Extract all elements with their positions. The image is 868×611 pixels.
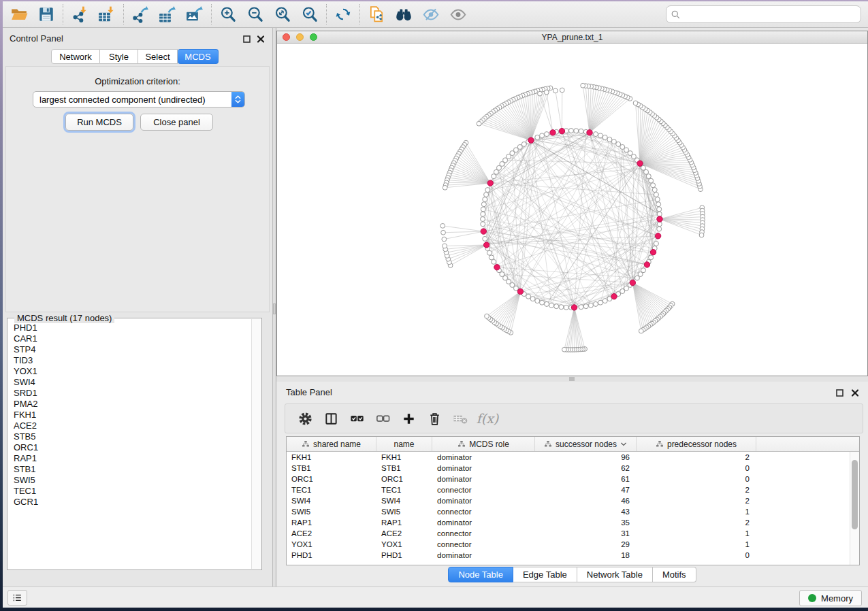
zoom-fit-button[interactable] <box>269 3 296 26</box>
search-window-button[interactable] <box>390 3 417 26</box>
leaf-node[interactable] <box>477 121 481 126</box>
network-node[interactable] <box>598 300 602 305</box>
hide-all-columns-button[interactable] <box>370 406 396 431</box>
network-node[interactable] <box>588 303 593 308</box>
mcds-result-item[interactable]: FKH1 <box>8 410 251 420</box>
network-node[interactable] <box>569 129 574 133</box>
network-node[interactable] <box>564 305 568 310</box>
mcds-node[interactable] <box>483 242 489 248</box>
network-node[interactable] <box>483 197 487 202</box>
table-row[interactable]: FKH1FKH1dominator962 <box>287 452 859 463</box>
mcds-node[interactable] <box>571 305 577 310</box>
mcds-node[interactable] <box>550 130 556 135</box>
network-node[interactable] <box>535 299 540 303</box>
mcds-node[interactable] <box>637 161 643 166</box>
task-history-button[interactable] <box>7 590 27 606</box>
network-node[interactable] <box>634 276 639 280</box>
mcds-node[interactable] <box>587 130 592 135</box>
network-node[interactable] <box>579 305 583 310</box>
criterion-dropdown[interactable]: largest connected component (undirected) <box>33 91 245 108</box>
column-header-name[interactable]: name <box>376 437 432 451</box>
tab-style[interactable]: Style <box>100 49 138 64</box>
close-window-icon[interactable] <box>283 33 290 41</box>
show-all-columns-button[interactable] <box>344 406 370 431</box>
table-scrollbar-thumb[interactable] <box>852 460 858 529</box>
close-panel-icon[interactable] <box>256 35 266 44</box>
leaf-node[interactable] <box>553 88 558 93</box>
run-mcds-button[interactable]: Run MCDS <box>65 114 133 131</box>
network-node[interactable] <box>492 174 496 179</box>
mcds-node[interactable] <box>494 265 500 270</box>
network-node[interactable] <box>649 255 654 260</box>
leaf-node[interactable] <box>633 101 638 105</box>
mcds-node[interactable] <box>559 129 564 134</box>
network-node[interactable] <box>646 174 651 179</box>
export-table-button[interactable] <box>154 3 181 26</box>
vertical-splitter-grip[interactable] <box>273 303 276 314</box>
zoom-in-button[interactable] <box>214 3 242 26</box>
table-row[interactable]: STB1STB1dominator620 <box>287 463 859 474</box>
mcds-node[interactable] <box>657 216 662 222</box>
mcds-result-item[interactable]: STP4 <box>8 344 251 355</box>
mcds-node[interactable] <box>481 229 486 234</box>
mcds-result-item[interactable]: RAP1 <box>8 453 251 464</box>
network-node[interactable] <box>492 259 496 264</box>
maximize-window-icon[interactable] <box>310 33 317 41</box>
duplicate-network-button[interactable] <box>363 3 390 26</box>
table-row[interactable]: SWI5SWI5connector431 <box>287 506 859 517</box>
network-node[interactable] <box>545 301 549 306</box>
network-node[interactable] <box>579 129 583 133</box>
import-table-button[interactable] <box>93 3 120 26</box>
network-node[interactable] <box>530 297 535 301</box>
column-header-MCDS-role[interactable]: MCDS role <box>432 437 535 451</box>
memory-button[interactable]: Memory <box>799 590 862 606</box>
network-node[interactable] <box>656 202 661 207</box>
mcds-result-scrollbar[interactable] <box>251 319 261 569</box>
network-node[interactable] <box>598 133 602 138</box>
leaf-node[interactable] <box>699 233 704 237</box>
leaf-node[interactable] <box>440 223 445 228</box>
mcds-node[interactable] <box>517 288 523 294</box>
mcds-node[interactable] <box>650 249 656 254</box>
float-table-panel-icon[interactable] <box>835 389 845 397</box>
mcds-result-item[interactable]: YOX1 <box>8 366 251 377</box>
network-node[interactable] <box>481 202 486 207</box>
refresh-view-button[interactable] <box>329 3 357 26</box>
network-node[interactable] <box>526 294 531 299</box>
mcds-result-item[interactable]: STB5 <box>8 431 251 442</box>
network-node[interactable] <box>654 241 658 246</box>
network-node[interactable] <box>559 305 564 310</box>
network-node[interactable] <box>593 132 598 137</box>
network-node[interactable] <box>540 133 545 138</box>
network-node[interactable] <box>657 207 662 212</box>
minimize-window-icon[interactable] <box>296 33 304 41</box>
network-node[interactable] <box>540 300 545 305</box>
table-row[interactable]: ORC1ORC1dominator610 <box>287 474 859 484</box>
create-column-button[interactable] <box>396 406 421 431</box>
table-row[interactable]: YOX1YOX1connector291 <box>287 539 859 550</box>
mcds-result-item[interactable]: TEC1 <box>8 486 251 497</box>
leaf-node[interactable] <box>442 237 447 242</box>
toggle-panel-layout-button[interactable] <box>318 406 344 431</box>
table-scrollbar[interactable] <box>850 452 859 565</box>
mcds-node[interactable] <box>644 262 649 267</box>
network-node[interactable] <box>649 178 654 183</box>
export-image-button[interactable] <box>181 3 208 26</box>
network-node[interactable] <box>611 139 616 144</box>
leaf-node[interactable] <box>581 83 585 88</box>
mcds-result-item[interactable]: STB1 <box>8 464 251 475</box>
open-session-button[interactable] <box>5 3 33 26</box>
leaf-node[interactable] <box>443 185 447 190</box>
tab-edge-table[interactable]: Edge Table <box>513 567 577 582</box>
horizontal-splitter-grip[interactable] <box>569 377 575 381</box>
import-network-button[interactable] <box>66 3 93 26</box>
leaf-node[interactable] <box>560 88 564 93</box>
tab-node-table[interactable]: Node Table <box>448 567 513 582</box>
save-session-button[interactable] <box>33 3 60 26</box>
network-node[interactable] <box>657 222 662 227</box>
mcds-node[interactable] <box>528 137 534 143</box>
network-node[interactable] <box>657 227 662 231</box>
close-panel-button[interactable]: Close panel <box>140 114 213 131</box>
leaf-node[interactable] <box>441 230 446 235</box>
leaf-node[interactable] <box>443 244 447 248</box>
